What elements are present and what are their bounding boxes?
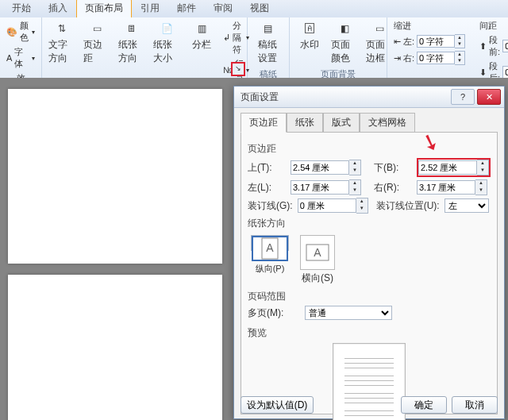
watermark-button[interactable]: 🄰水印 (294, 19, 325, 53)
dialog-tabs: 页边距 纸张 版式 文档网格 (234, 108, 504, 133)
gutter-input[interactable] (298, 198, 356, 213)
landscape-icon: A (300, 235, 335, 270)
group-background: 🄰水印 ◧页面颜色 ▭页面边框 页面背景 (290, 17, 387, 78)
manuscript-button[interactable]: ▤稿纸 设置 (252, 19, 283, 67)
group-theme: 🎨颜色▾ A字体▾ ◑效果▾ (0, 17, 42, 78)
page-color-button[interactable]: ◧页面颜色 (329, 19, 360, 67)
margins-legend: 页边距 (248, 142, 491, 156)
cancel-button[interactable]: 取消 (452, 396, 498, 414)
page-setup-launcher[interactable]: ↘ (231, 62, 245, 76)
breaks-icon: ↲ (223, 33, 230, 43)
indent-right-icon: ⇥ (394, 53, 401, 64)
label-multi: 多页(M): (248, 306, 286, 320)
page-setup-dialog: 页面设置 ? ✕ 页边距 纸张 版式 文档网格 页边距 上(T): ▲▼ 下(B… (233, 86, 505, 419)
app-tabs: 开始 插入 页面布局 引用 邮件 审阅 视图 (0, 0, 508, 17)
tab-ref[interactable]: 引用 (132, 0, 168, 17)
margins-button[interactable]: ▭页边距 (82, 19, 112, 67)
font-icon: A (6, 53, 12, 63)
dialog-title: 页面设置 (241, 91, 279, 104)
text-direction-button[interactable]: ⇅文字方向 (47, 19, 77, 67)
spacing-before-input[interactable] (502, 40, 508, 52)
document-page-2[interactable] (8, 275, 222, 420)
margin-left-input[interactable] (291, 180, 349, 195)
gutter-spinner[interactable]: ▲▼ (356, 198, 368, 214)
group-page-setup: ⇅文字方向 ▭页边距 🗏纸张方向 📄纸张大小 ▥分栏 ↲分隔符▾ №行号▾ bª… (42, 17, 248, 78)
tab-review[interactable]: 审阅 (205, 0, 241, 17)
columns-icon: ▥ (194, 21, 210, 37)
size-icon: 📄 (159, 21, 175, 37)
dialog-tab-paper[interactable]: 纸张 (287, 113, 323, 133)
margin-bottom-input[interactable] (418, 160, 477, 175)
dialog-titlebar[interactable]: 页面设置 ? ✕ (234, 87, 504, 108)
tab-view[interactable]: 视图 (241, 0, 278, 17)
tab-insert[interactable]: 插入 (40, 0, 76, 17)
indent-right-input[interactable] (417, 52, 455, 64)
spacing-header: 间距 (478, 19, 508, 33)
label-gutter-pos: 装订线位置(U): (376, 199, 440, 213)
theme-fonts[interactable]: A字体▾ (5, 45, 37, 71)
spacing-after-input[interactable] (502, 66, 508, 79)
dialog-tab-grid[interactable]: 文档网格 (360, 113, 415, 133)
orientation-portrait[interactable]: A 纵向(P) (251, 235, 289, 251)
label-top: 上(T): (248, 161, 286, 175)
close-button[interactable]: ✕ (477, 89, 501, 105)
help-button[interactable]: ? (451, 89, 475, 105)
tab-home[interactable]: 开始 (3, 0, 40, 17)
dialog-tab-layout[interactable]: 版式 (323, 113, 360, 133)
orientation-landscape[interactable]: A 横向(S) (300, 235, 335, 285)
indent-left-input[interactable] (417, 35, 455, 48)
margins-icon: ▭ (89, 21, 105, 37)
gutter-pos-select[interactable]: 左 (444, 198, 489, 213)
svg-text:A: A (266, 241, 274, 254)
orientation-button[interactable]: 🗏纸张方向 (117, 19, 147, 67)
close-icon: ✕ (486, 92, 493, 102)
preview-legend: 预览 (248, 326, 491, 340)
group-paper: ▤稿纸 设置 稿纸 (248, 17, 290, 78)
label-right: 右(R): (374, 181, 412, 195)
indent-right-spinner[interactable]: ▲▼ (455, 51, 465, 65)
pages-legend: 页码范围 (248, 290, 491, 303)
spacing-before: ⬆段前:▲▼ (478, 33, 508, 59)
ok-button[interactable]: 确定 (401, 396, 447, 414)
dialog-body: 页边距 上(T): ▲▼ 下(B): ▲▼ 左(L): ▲▼ 右(R): ▲▼ … (241, 132, 498, 414)
palette-icon: 🎨 (6, 27, 17, 37)
multi-select[interactable]: 普通 (305, 306, 392, 320)
group-paragraph: 缩进 ⇤左:▲▼ ⇥右:▲▼ 间距 ⬆段前:▲▼ ⬇段后:▲▼ 段落 ↘ (387, 17, 508, 78)
label-bottom: 下(B): (374, 161, 412, 175)
portrait-icon: A (252, 236, 288, 261)
text-direction-icon: ⇅ (54, 21, 70, 37)
indent-left-icon: ⇤ (394, 37, 401, 47)
tab-mail[interactable]: 邮件 (168, 0, 205, 17)
label-gutter: 装订线(G): (248, 199, 293, 213)
margin-left-spinner[interactable]: ▲▼ (349, 179, 361, 195)
manuscript-icon: ▤ (260, 21, 275, 37)
columns-button[interactable]: ▥分栏 (187, 19, 217, 53)
watermark-icon: 🄰 (302, 21, 318, 37)
theme-colors[interactable]: 🎨颜色▾ (5, 19, 37, 44)
spacing-after-icon: ⬇ (479, 67, 487, 78)
indent-left-spinner[interactable]: ▲▼ (455, 34, 465, 48)
tab-layout[interactable]: 页面布局 (76, 0, 132, 17)
size-button[interactable]: 📄纸张大小 (152, 19, 182, 67)
dialog-footer: 设为默认值(D) 确定 取消 (241, 396, 498, 414)
indent-left: ⇤左:▲▼ (392, 33, 467, 49)
ribbon: 🎨颜色▾ A字体▾ ◑效果▾ ⇅文字方向 ▭页边距 🗏纸张方向 📄纸张大小 ▥分… (0, 17, 508, 79)
margin-top-spinner[interactable]: ▲▼ (349, 160, 361, 175)
orientation-icon: 🗏 (124, 21, 140, 37)
spacing-before-icon: ⬆ (479, 41, 487, 52)
dialog-tab-margins[interactable]: 页边距 (241, 113, 287, 133)
breaks-button[interactable]: ↲分隔符▾ (221, 19, 251, 56)
indent-right: ⇥右:▲▼ (392, 50, 467, 66)
help-icon: ? (460, 92, 465, 102)
default-button[interactable]: 设为默认值(D) (241, 396, 314, 414)
indent-header: 缩进 (392, 19, 467, 33)
svg-text:A: A (314, 246, 321, 259)
orientation-legend: 纸张方向 (248, 217, 491, 230)
margin-bottom-spinner[interactable]: ▲▼ (477, 160, 489, 175)
document-page-1[interactable] (8, 89, 222, 264)
margin-top-input[interactable] (291, 160, 349, 175)
margin-right-input[interactable] (417, 180, 475, 195)
page-color-icon: ◧ (337, 21, 352, 37)
margin-right-spinner[interactable]: ▲▼ (475, 179, 487, 195)
label-left: 左(L): (248, 181, 286, 195)
